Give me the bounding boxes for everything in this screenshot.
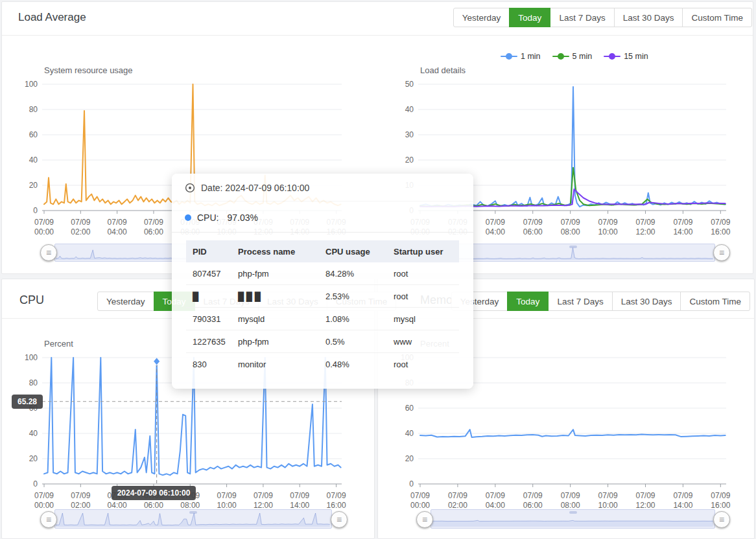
x-axis-date-label: 07/09 <box>523 491 543 500</box>
x-axis-date-label: 07/09 <box>635 491 655 500</box>
x-axis-time-label: 10:00 <box>598 227 618 236</box>
y-axis-label: 50 <box>405 80 414 89</box>
y-axis-label: 30 <box>405 130 414 139</box>
datazoom-handle-right-memory[interactable]: ≡ <box>713 511 730 528</box>
legend-line-dot-icon <box>604 53 620 60</box>
x-axis-date-label: 07/09 <box>254 491 273 500</box>
y-axis-label: 40 <box>29 155 38 165</box>
process-table-cell: █ █ █ <box>231 285 319 308</box>
monitoring-dashboard: Load Average CPU Memory System resource … <box>0 0 756 539</box>
section-title-cpu: CPU <box>19 293 44 307</box>
x-axis-time-label: 08:00 <box>561 227 580 236</box>
x-axis-date-label: 07/09 <box>486 491 505 500</box>
y-axis-label: 100 <box>25 80 38 89</box>
time-filter-group-memory: YesterdayTodayLast 7 DaysLast 30 DaysCus… <box>451 292 750 311</box>
x-axis-time-label: 02:00 <box>71 501 90 510</box>
x-axis-date-label: 07/09 <box>598 218 618 227</box>
x-axis-date-label: 07/09 <box>327 491 346 500</box>
x-axis-date-label: 07/09 <box>635 218 655 227</box>
process-table-cell: 807457 <box>186 262 231 285</box>
load-average-time-button-yesterday[interactable]: Yesterday <box>453 8 510 27</box>
axis-pointer-time-badge: 2024-07-09 06:10:00 <box>112 486 196 500</box>
y-axis-label: 40 <box>405 429 414 438</box>
x-axis-time-label: 10:00 <box>598 501 618 510</box>
tooltip-metric-row: CPU: 97.03% <box>172 201 473 233</box>
datazoom-handle-left-cpu[interactable]: ≡ <box>40 511 57 528</box>
x-axis-date-label: 07/09 <box>108 218 127 227</box>
x-axis-date-label: 07/09 <box>673 218 692 227</box>
process-table-cell: 84.28% <box>319 262 387 285</box>
memory-time-button-custom-time[interactable]: Custom Time <box>680 292 750 311</box>
memory-time-button-last-7-days[interactable]: Last 7 Days <box>548 292 612 311</box>
x-axis-date-label: 07/09 <box>711 218 730 227</box>
x-axis-time-label: 08:00 <box>180 501 200 510</box>
process-table-cell: 790331 <box>186 308 231 330</box>
y-axis-label: 80 <box>29 105 38 114</box>
process-table-row: 1227635php-fpm0.5%www <box>186 330 459 353</box>
y-axis-label: 20 <box>405 155 414 165</box>
tooltip-header: Date: 2024-07-09 06:10:00 <box>172 174 473 201</box>
x-axis-time-label: 06:00 <box>144 501 163 510</box>
x-axis-time-label: 14:00 <box>290 501 309 510</box>
x-axis-time-label: 00:00 <box>410 501 430 510</box>
tooltip-metric-label: CPU: <box>197 212 219 223</box>
process-table-cell: mysql <box>387 308 459 330</box>
y-axis-label: 0 <box>33 206 38 215</box>
legend-item-15-min[interactable]: 15 min <box>604 52 648 61</box>
x-axis-time-label: 02:00 <box>71 227 90 236</box>
x-axis-time-label: 04:00 <box>108 227 127 236</box>
cpu-time-button-yesterday[interactable]: Yesterday <box>97 292 154 311</box>
process-table-cell: mysqld <box>231 308 319 330</box>
process-table-cell: root <box>387 262 459 285</box>
legend-item-5-min[interactable]: 5 min <box>552 52 593 61</box>
x-axis-time-label: 04:00 <box>486 501 505 510</box>
x-axis-date-label: 07/09 <box>71 218 90 227</box>
datazoom-slider-cpu[interactable] <box>54 509 332 529</box>
x-axis-time-label: 08:00 <box>561 501 580 510</box>
x-axis-time-label: 16:00 <box>327 501 346 510</box>
process-table-header: Startup user <box>387 240 459 262</box>
clock-icon <box>185 183 195 193</box>
x-axis-date-label: 07/09 <box>598 491 618 500</box>
y-axis-label: 20 <box>29 454 38 463</box>
y-axis-label: 20 <box>29 181 38 190</box>
process-table-cell: 0.48% <box>319 353 387 376</box>
y-axis-label: 40 <box>29 429 38 438</box>
process-table-cell: 1227635 <box>186 330 231 353</box>
datazoom-handle-left-memory[interactable]: ≡ <box>416 511 433 528</box>
x-axis-time-label: 04:00 <box>108 501 127 510</box>
process-table-cell: 1.08% <box>319 308 387 330</box>
load-average-time-button-today[interactable]: Today <box>509 8 550 27</box>
x-axis-time-label: 06:00 <box>523 501 543 510</box>
process-table-cell: 0.5% <box>319 330 387 353</box>
legend-item-1-min[interactable]: 1 min <box>501 52 541 61</box>
process-table-cell: php-fpm <box>231 330 319 353</box>
x-axis-time-label: 02:00 <box>448 501 467 510</box>
datazoom-preview <box>55 510 331 528</box>
y-axis-label: 40 <box>405 105 414 114</box>
legend-label: 15 min <box>624 52 648 61</box>
x-axis-time-label: 04:00 <box>486 227 505 236</box>
memory-time-button-last-30-days[interactable]: Last 30 Days <box>612 292 681 311</box>
y-axis-label: 80 <box>29 378 38 387</box>
x-axis-time-label: 10:00 <box>217 501 237 510</box>
datazoom-slider-memory[interactable] <box>431 509 715 529</box>
process-table-cell: 2.53% <box>319 285 387 308</box>
load-average-time-button-custom-time[interactable]: Custom Time <box>682 8 752 27</box>
datazoom-handle-right-cpu[interactable]: ≡ <box>331 511 348 528</box>
load-average-time-button-last-7-days[interactable]: Last 7 Days <box>550 8 614 27</box>
y-axis-label: 0 <box>409 479 414 488</box>
x-axis-date-label: 07/09 <box>34 491 54 500</box>
x-axis-date-label: 07/09 <box>561 491 580 500</box>
x-axis-time-label: 12:00 <box>254 501 273 510</box>
x-axis-date-label: 07/09 <box>486 218 505 227</box>
memory-time-button-today[interactable]: Today <box>507 292 549 311</box>
x-axis-time-label: 06:00 <box>523 227 543 236</box>
y-axis-label: 20 <box>405 454 414 463</box>
load-average-time-button-last-30-days[interactable]: Last 30 Days <box>614 8 683 27</box>
axis-name-cpu-percent: Percent <box>44 339 73 349</box>
datazoom-handle-left-system-resource[interactable]: ≡ <box>40 244 57 261</box>
datazoom-preview <box>431 244 715 261</box>
legend-line-dot-icon <box>552 53 569 60</box>
datazoom-handle-right-load-details[interactable]: ≡ <box>713 244 730 261</box>
